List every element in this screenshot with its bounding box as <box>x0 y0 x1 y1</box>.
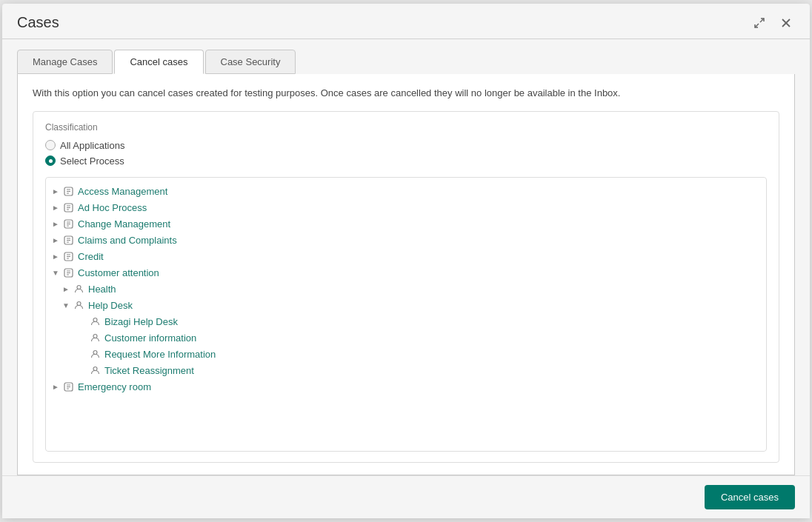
tree-item-customer-information[interactable]: ► Customer information <box>46 330 766 347</box>
radio-all-applications[interactable]: All Applications <box>45 140 767 151</box>
chevron-claims-and-complaints[interactable]: ► <box>52 236 62 244</box>
chevron-spacer-customer-info: ► <box>79 334 89 342</box>
tree-label-customer-information: Customer information <box>104 332 196 344</box>
process-icon-customer-attention <box>62 267 74 279</box>
modal-title: Cases <box>17 14 59 31</box>
tree-item-customer-attention[interactable]: ▼ Customer attention <box>46 265 766 281</box>
modal-footer: Cancel cases <box>2 475 810 518</box>
svg-point-29 <box>93 335 97 338</box>
radio-label-all-applications: All Applications <box>60 140 124 151</box>
tab-content-cancel-cases: With this option you can cancel cases cr… <box>17 74 795 475</box>
leaf-icon-bizagi-help-desk <box>89 316 101 328</box>
radio-group: All Applications Select Process <box>45 140 767 167</box>
tree-item-ticket-reassignment[interactable]: ► Ticket Reassignment <box>46 363 766 379</box>
close-button[interactable] <box>777 16 795 30</box>
cancel-cases-button[interactable]: Cancel cases <box>705 485 795 509</box>
chevron-change-management[interactable]: ► <box>52 220 62 228</box>
svg-point-26 <box>77 286 81 290</box>
tree-item-ad-hoc-process[interactable]: ► Ad Hoc Process <box>46 200 766 216</box>
tree-label-customer-attention: Customer attention <box>78 267 159 278</box>
process-icon-ad-hoc-process <box>62 202 74 214</box>
process-icon-access-management <box>62 186 74 198</box>
tree-item-emergency-room[interactable]: ► Emergency room <box>46 379 766 395</box>
radio-circle-select-process <box>45 155 56 166</box>
leaf-icon-request-more-information <box>89 349 101 361</box>
radio-circle-all-applications <box>45 140 56 150</box>
tree-label-ticket-reassignment: Ticket Reassignment <box>104 365 194 376</box>
classification-box: Classification All Applications Select P… <box>33 111 779 464</box>
radio-label-select-process: Select Process <box>60 155 124 167</box>
leaf-icon-customer-information <box>89 332 101 344</box>
chevron-health[interactable]: ► <box>62 285 73 293</box>
compress-icon <box>753 17 765 29</box>
chevron-spacer-request: ► <box>79 350 89 358</box>
group-icon-health <box>73 284 84 295</box>
chevron-spacer-ticket: ► <box>79 367 89 375</box>
compress-button[interactable] <box>751 16 768 30</box>
svg-point-27 <box>77 302 81 306</box>
process-icon-change-management <box>62 218 74 230</box>
modal: Cases Manage Cases Cancel ca <box>2 4 810 518</box>
process-icon-claims-and-complaints <box>62 235 74 247</box>
header-icons <box>751 16 795 30</box>
tabs: Manage Cases Cancel cases Case Security <box>17 39 795 74</box>
tree-label-access-management: Access Management <box>78 186 167 197</box>
svg-point-28 <box>93 318 97 322</box>
leaf-icon-ticket-reassignment <box>89 365 101 377</box>
chevron-help-desk[interactable]: ▼ <box>62 301 73 309</box>
tree-item-access-management[interactable]: ► Access Management <box>46 184 766 200</box>
tree-item-change-management[interactable]: ► Change Management <box>46 216 766 232</box>
process-icon-credit <box>62 251 74 263</box>
tree-item-claims-and-complaints[interactable]: ► Claims and Complaints <box>46 232 766 249</box>
tab-case-security[interactable]: Case Security <box>205 50 296 74</box>
tree-label-claims-and-complaints: Claims and Complaints <box>78 235 177 246</box>
modal-header: Cases <box>2 4 810 39</box>
info-text: With this option you can cancel cases cr… <box>33 86 779 101</box>
tree-label-credit: Credit <box>78 251 104 262</box>
svg-point-30 <box>93 351 97 355</box>
tree-label-change-management: Change Management <box>78 218 170 230</box>
tree-item-help-desk[interactable]: ▼ Help Desk <box>46 298 766 314</box>
tree-label-health: Health <box>88 284 116 295</box>
tab-cancel-cases[interactable]: Cancel cases <box>114 50 203 74</box>
process-icon-emergency-room <box>62 381 74 393</box>
tree-label-ad-hoc-process: Ad Hoc Process <box>78 202 147 213</box>
tree-item-credit[interactable]: ► Credit <box>46 249 766 265</box>
svg-point-31 <box>93 367 97 371</box>
modal-body: Manage Cases Cancel cases Case Security … <box>2 39 810 475</box>
tree-item-request-more-information[interactable]: ► Request More Information <box>46 347 766 363</box>
tree-label-request-more-information: Request More Information <box>104 349 216 360</box>
tree-item-health[interactable]: ► Health <box>46 281 766 298</box>
tab-manage-cases[interactable]: Manage Cases <box>17 50 113 74</box>
close-icon <box>780 17 792 29</box>
chevron-ad-hoc-process[interactable]: ► <box>52 204 62 212</box>
tree-label-emergency-room: Emergency room <box>78 381 151 392</box>
chevron-credit[interactable]: ► <box>52 252 62 261</box>
radio-select-process[interactable]: Select Process <box>45 155 767 167</box>
chevron-access-management[interactable]: ► <box>52 187 62 195</box>
tree-label-bizagi-help-desk: Bizagi Help Desk <box>104 316 178 327</box>
tree-label-help-desk: Help Desk <box>88 300 133 311</box>
group-icon-help-desk <box>73 300 84 312</box>
tree-item-bizagi-help-desk[interactable]: ► Bizagi Help Desk <box>46 314 766 330</box>
chevron-emergency-room[interactable]: ► <box>52 383 62 391</box>
classification-label: Classification <box>45 122 767 133</box>
chevron-spacer-bizagi: ► <box>79 318 89 326</box>
tree-container[interactable]: ► Access Management ► Ad Hoc Process <box>45 177 767 452</box>
chevron-customer-attention[interactable]: ▼ <box>52 269 62 277</box>
